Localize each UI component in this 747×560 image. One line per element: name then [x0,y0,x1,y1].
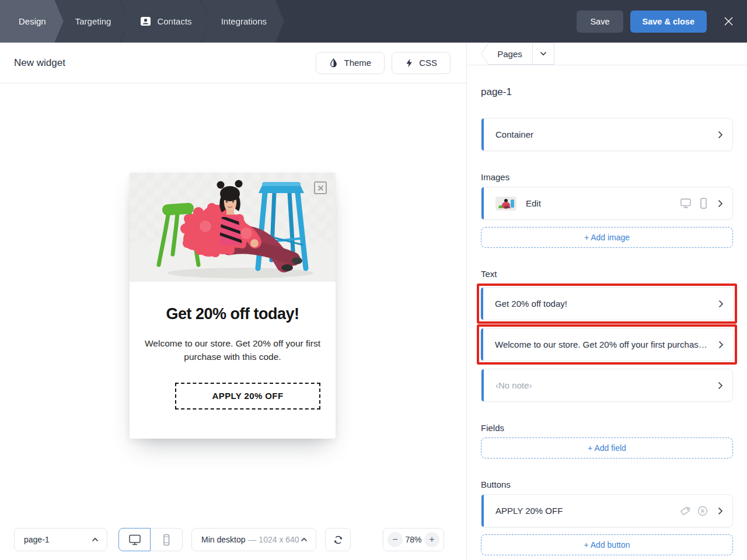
canvas-column: New widget Theme [0,43,467,560]
tab-targeting-label: Targeting [75,16,111,26]
text-row-body-label: Welcome to our store. Get 20% off your f… [495,340,707,349]
widget-preview[interactable]: Get 20% off today! Welcome to our store.… [130,173,336,439]
close-icon[interactable] [721,15,735,29]
text-row-note[interactable]: ‹No note› [481,369,733,402]
buttons-section-label: Buttons [481,480,733,489]
pages-button-label: Pages [481,49,532,59]
highlight-box: Get 20% off today! [477,284,737,324]
mobile-icon[interactable] [699,198,708,209]
size-select[interactable]: Min desktop — 1024 x 640 [191,528,316,551]
mobile-view-button[interactable] [151,528,183,551]
preview-apply-button[interactable]: APPLY 20% OFF [175,383,320,410]
tab-targeting[interactable]: Targeting [55,0,129,43]
panel-body: page-1 Container Images Edit [467,65,747,560]
tab-integrations-label: Integrations [221,16,267,26]
image-row-label: Edit [526,198,541,208]
save-button[interactable]: Save [577,10,623,33]
text-row-note-label: ‹No note› [495,380,532,390]
panel-page-name: page-1 [481,86,733,98]
text-row-headline[interactable]: Get 20% off today! [480,287,734,320]
tab-contacts-label: Contacts [157,16,191,26]
rotate-orientation-button[interactable] [325,528,351,551]
desktop-view-button[interactable] [118,528,151,551]
image-thumbnail [495,197,516,211]
accent-bar [481,288,483,320]
tab-integrations[interactable]: Integrations [201,0,284,43]
remove-circle-icon[interactable] [697,506,708,516]
button-row[interactable]: APPLY 20% OFF [481,494,733,527]
coupon-tag-icon[interactable] [680,506,690,516]
tab-design[interactable]: Design [0,0,64,43]
main-area: New widget Theme [0,43,747,560]
desktop-icon[interactable] [679,198,692,209]
chevron-right-icon [718,382,723,390]
tab-contacts[interactable]: Contacts [120,0,209,43]
pages-button[interactable]: Pages [481,43,554,65]
page-select-value: page-1 [24,535,50,544]
tab-design-label: Design [19,16,46,26]
add-image-button[interactable]: + Add image [481,227,733,248]
canvas-header-buttons: Theme CSS [316,52,451,74]
text-section-label: Text [481,269,733,279]
container-row[interactable]: Container [481,118,733,151]
preview-headline[interactable]: Get 20% off today! [145,305,320,323]
preview-content: Get 20% off today! Welcome to our store.… [130,282,336,439]
save-close-button[interactable]: Save & close [630,10,707,33]
zoom-control: − 78% + [383,528,444,551]
chevron-right-icon [718,200,723,208]
accent-bar [481,187,484,219]
zoom-value: 78% [405,535,421,544]
topbar: Design Targeting Contacts Integrations S… [0,0,747,43]
accent-bar [481,369,484,401]
button-row-icons [680,506,708,516]
fields-section-label: Fields [481,423,733,433]
accent-bar [481,328,483,360]
preview-body-text[interactable]: Welcome to our store. Get 20% off your f… [145,337,320,364]
text-row-headline-label: Get 20% off today! [495,299,567,309]
accent-bar [481,495,484,527]
structure-panel: Pages page-1 Container [467,43,747,560]
image-row[interactable]: Edit [481,187,733,220]
page-select[interactable]: page-1 [14,528,107,551]
zoom-in-button[interactable]: + [424,532,439,547]
css-button[interactable]: CSS [392,52,451,74]
canvas-toolbar: page-1 Min desktop [0,528,466,551]
chevron-right-icon [718,131,723,139]
widget-editor: Design Targeting Contacts Integrations S… [0,0,747,560]
canvas-header: New widget Theme [0,43,466,83]
size-select-label: Min desktop [201,535,245,544]
device-toggle [118,528,183,551]
theme-button-label: Theme [344,58,371,68]
design-canvas: Get 20% off today! Welcome to our store.… [0,83,466,560]
accent-bar [481,118,484,150]
chevron-down-icon[interactable] [533,51,554,56]
size-select-detail: — 1024 x 640 [248,535,299,544]
images-section-label: Images [481,172,733,182]
caret-up-icon [301,537,308,542]
preview-photo[interactable] [130,173,336,282]
add-field-button[interactable]: + Add field [481,438,733,459]
add-button-button[interactable]: + Add button [481,534,733,555]
caret-up-icon [92,537,99,542]
theme-droplet-icon [329,58,338,68]
topbar-actions: Save Save & close [577,0,747,43]
css-button-label: CSS [419,58,437,68]
button-row-label: APPLY 20% OFF [495,506,563,516]
chevron-right-icon [718,341,724,349]
text-row-body[interactable]: Welcome to our store. Get 20% off your f… [480,328,734,361]
widget-title: New widget [14,57,65,69]
step-tabs: Design Targeting Contacts Integrations [0,0,577,43]
highlight-box: Welcome to our store. Get 20% off your f… [477,324,737,365]
chevron-right-icon [718,507,723,515]
widget-close-icon[interactable] [314,181,327,194]
contact-card-icon [140,16,151,26]
lightning-icon [405,58,413,68]
chevron-right-icon [718,300,724,308]
image-row-icons [679,198,708,209]
theme-button[interactable]: Theme [316,52,385,74]
container-row-label: Container [495,130,533,139]
zoom-out-button[interactable]: − [388,532,403,547]
panel-header: Pages [467,43,747,65]
